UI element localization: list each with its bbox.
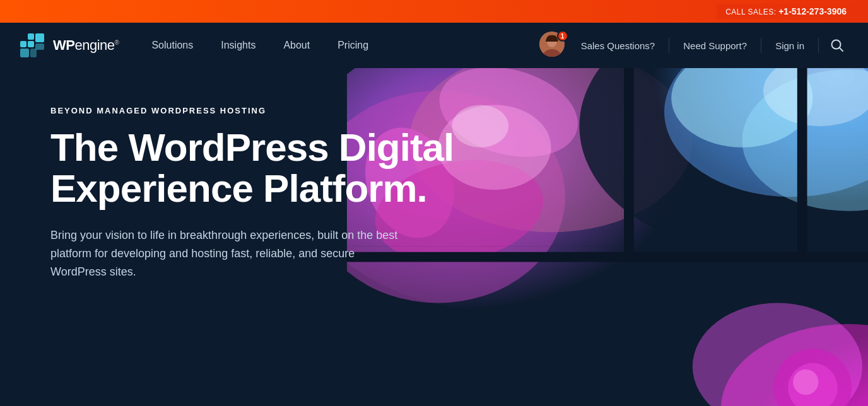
svg-point-24 — [452, 105, 508, 147]
svg-rect-1 — [28, 33, 34, 40]
call-sales-label: CALL SALES: — [725, 8, 776, 16]
sign-in-label: Sign in — [775, 40, 804, 51]
need-support-link[interactable]: Need Support? — [674, 23, 756, 68]
logo-engine: engine — [74, 37, 114, 53]
nav-divider-3 — [818, 38, 819, 53]
logo-icon — [18, 31, 47, 60]
sales-questions-link[interactable]: Sales Questions? — [572, 23, 664, 68]
nav-links: Solutions Insights About Pricing — [138, 23, 539, 68]
need-support-label: Need Support? — [683, 40, 747, 51]
svg-rect-2 — [35, 33, 44, 42]
nav-about[interactable]: About — [269, 23, 324, 68]
svg-rect-6 — [20, 49, 29, 57]
call-sales-banner[interactable]: CALL SALES: +1-512-273-3906 — [717, 4, 855, 19]
hero-title: The WordPress Digital Experience Platfor… — [50, 127, 454, 209]
hero-description: Bring your vision to life in breakthroug… — [50, 226, 404, 281]
nav-right: 1 Sales Questions? Need Support? Sign in — [539, 23, 850, 68]
nav-insights[interactable]: Insights — [207, 23, 269, 68]
nav-divider-2 — [761, 38, 761, 53]
svg-rect-3 — [20, 41, 26, 47]
search-icon — [830, 38, 844, 52]
sign-in-link[interactable]: Sign in — [766, 23, 813, 68]
phone-number[interactable]: +1-512-273-3906 — [778, 6, 847, 16]
svg-rect-7 — [30, 49, 37, 57]
svg-line-12 — [840, 48, 843, 52]
nav-solutions[interactable]: Solutions — [138, 23, 207, 68]
avatar-button[interactable]: 1 — [539, 32, 567, 59]
sales-questions-label: Sales Questions? — [581, 40, 655, 51]
main-navbar: WPengine® Solutions Insights About Prici… — [0, 23, 868, 68]
search-button[interactable] — [824, 23, 850, 68]
hero-content: BEYOND MANAGED WORDPRESS HOSTING The Wor… — [50, 106, 454, 281]
svg-rect-5 — [35, 44, 44, 50]
notification-badge: 1 — [557, 30, 568, 42]
top-bar: CALL SALES: +1-512-273-3906 — [0, 0, 868, 23]
hero-eyebrow: BEYOND MANAGED WORDPRESS HOSTING — [50, 106, 454, 115]
logo-link[interactable]: WPengine® — [18, 31, 119, 60]
svg-rect-4 — [28, 41, 34, 47]
logo-text: WPengine® — [53, 37, 119, 54]
nav-divider-1 — [669, 38, 669, 53]
hero-section: BEYOND MANAGED WORDPRESS HOSTING The Wor… — [0, 68, 868, 406]
nav-pricing[interactable]: Pricing — [324, 23, 382, 68]
svg-point-35 — [793, 369, 818, 395]
logo-wp: WP — [53, 37, 74, 53]
